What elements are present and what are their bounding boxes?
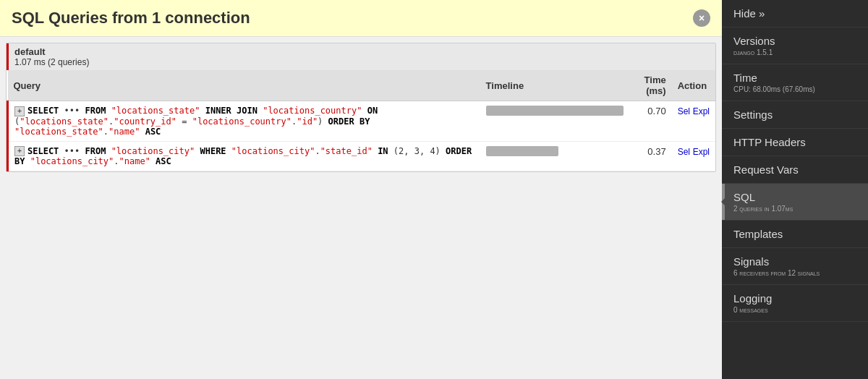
- timeline-bar: [486, 106, 624, 116]
- sidebar-item-label: HTTP Headers: [733, 136, 856, 148]
- header-action: Action: [672, 70, 715, 101]
- sidebar-item-label: Versions: [733, 35, 856, 47]
- timeline-bar: [486, 146, 558, 156]
- header-query: Query: [8, 70, 480, 101]
- table-row: +SELECT ••• FROM "locations_city" WHERE …: [8, 141, 716, 171]
- expl-link[interactable]: Expl: [693, 106, 710, 116]
- sidebar-item-logging[interactable]: Logging0 messages: [722, 285, 868, 322]
- sidebar-item-label: Signals: [733, 255, 856, 268]
- timeline-cell: [480, 101, 629, 142]
- expl-link[interactable]: Expl: [693, 147, 710, 157]
- queries-table: Query Timeline Time (ms) Action +SELECT …: [7, 70, 715, 171]
- sidebar-item-time[interactable]: TimeCPU: 68.00ms (67.60ms): [722, 64, 868, 101]
- action-cell: Sel Expl: [672, 101, 715, 142]
- sidebar-item-http-headers[interactable]: HTTP Headers: [722, 129, 868, 156]
- sidebar-item-label: Settings: [733, 108, 856, 121]
- sidebar-item-sub: 6 receivers from 12 signals: [733, 269, 856, 277]
- sel-link[interactable]: Sel: [678, 106, 690, 116]
- connection-label: default 1.07 ms (2 queries): [7, 43, 715, 70]
- panel-header: SQL Queries from 1 connection ×: [0, 0, 722, 37]
- sidebar-item-label: Time: [733, 72, 856, 84]
- table-header-row: Query Timeline Time (ms) Action: [8, 70, 716, 101]
- close-button[interactable]: ×: [693, 9, 710, 27]
- connection-section: default 1.07 ms (2 queries) Query Timeli…: [6, 43, 716, 172]
- time-cell: 0.70: [629, 101, 672, 142]
- sidebar-item-settings[interactable]: Settings: [722, 101, 868, 129]
- sidebar-items: VersionsDjango 1.5.1TimeCPU: 68.00ms (67…: [722, 27, 868, 322]
- header-timeline: Timeline: [480, 70, 629, 101]
- sidebar-item-sql[interactable]: SQL2 queries in 1.07ms: [722, 184, 868, 221]
- sel-link[interactable]: Sel: [678, 147, 690, 157]
- sidebar-item-versions[interactable]: VersionsDjango 1.5.1: [722, 27, 868, 64]
- sidebar-item-label: Logging: [733, 292, 856, 305]
- connection-name: default: [14, 46, 710, 57]
- active-arrow-icon: [715, 196, 727, 208]
- time-cell: 0.37: [629, 141, 672, 171]
- sidebar-item-label: Templates: [733, 228, 856, 240]
- sidebar-item-sub: CPU: 68.00ms (67.60ms): [733, 85, 856, 93]
- sidebar-item-sub: Django 1.5.1: [733, 48, 856, 56]
- table-row: +SELECT ••• FROM "locations_state" INNER…: [8, 101, 716, 142]
- connection-meta: 1.07 ms (2 queries): [14, 57, 710, 67]
- sidebar-item-label: Request Vars: [733, 163, 856, 176]
- query-cell: +SELECT ••• FROM "locations_state" INNER…: [8, 101, 480, 142]
- action-cell: Sel Expl: [672, 141, 715, 171]
- hide-button[interactable]: Hide »: [722, 0, 868, 27]
- sidebar-item-request-vars[interactable]: Request Vars: [722, 156, 868, 184]
- sidebar-item-sub: 2 queries in 1.07ms: [733, 205, 856, 213]
- query-cell: +SELECT ••• FROM "locations_city" WHERE …: [8, 141, 480, 171]
- expand-button[interactable]: +: [14, 106, 25, 116]
- sidebar-item-signals[interactable]: Signals6 receivers from 12 signals: [722, 248, 868, 285]
- header-time: Time (ms): [629, 70, 672, 101]
- sidebar-item-label: SQL: [733, 191, 856, 203]
- panel-title: SQL Queries from 1 connection: [12, 9, 250, 27]
- expand-button[interactable]: +: [14, 146, 25, 156]
- sidebar: Hide » VersionsDjango 1.5.1TimeCPU: 68.0…: [722, 0, 868, 379]
- sidebar-item-templates[interactable]: Templates: [722, 221, 868, 248]
- panel-body: default 1.07 ms (2 queries) Query Timeli…: [0, 37, 722, 379]
- sidebar-item-sub: 0 messages: [733, 306, 856, 314]
- main-panel: SQL Queries from 1 connection × default …: [0, 0, 722, 379]
- timeline-cell: [480, 141, 629, 171]
